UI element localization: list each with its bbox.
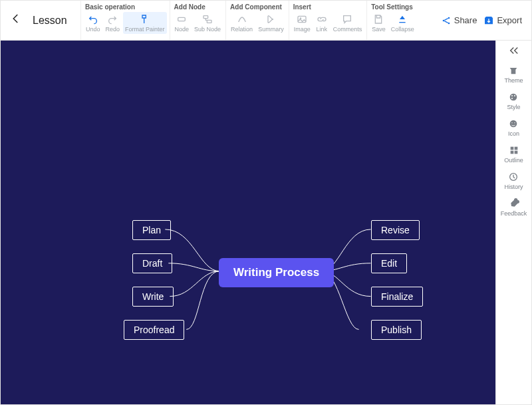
node-left-2[interactable]: Write [132,287,174,307]
image-button[interactable]: Image [292,12,313,34]
relation-button[interactable]: Relation [229,12,255,34]
export-button[interactable]: Export [483,15,522,26]
node-label: Write [142,291,164,302]
right-actions: Share Export [441,1,527,40]
node-left-0[interactable]: Plan [132,220,171,240]
node-right-1[interactable]: Edit [371,253,407,273]
svg-point-13 [510,120,517,128]
side-history[interactable]: History [504,172,523,190]
group-add-component: Add Component Relation Summary [225,1,289,40]
app-root: Lesson Basic operation Undo Redo Format … [0,0,532,405]
node-label: Finalize [381,291,413,302]
node-left-3[interactable]: Proofread [124,320,184,340]
theme-icon [508,65,519,76]
group-label-tool: Tool Settings [370,2,416,11]
undo-icon [87,13,99,25]
share-label: Share [454,15,477,25]
comments-icon [341,13,353,25]
group-tool-settings: Tool Settings Save Collapse [366,1,419,40]
svg-rect-18 [510,151,513,154]
svg-rect-0 [178,17,186,21]
svg-point-8 [448,22,450,24]
side-icon[interactable]: Icon [508,118,519,137]
node-button[interactable]: Node [173,12,192,34]
svg-point-7 [448,17,450,19]
side-history-label: History [504,184,523,190]
format-painter-icon [139,13,151,25]
group-label-addnode: Add Node [173,2,223,11]
save-label: Save [372,26,386,33]
workspace: Writing Process Plan Draft Write Proofre… [1,41,531,404]
svg-point-10 [511,95,513,96]
connectors [1,41,495,404]
group-label-addcomp: Add Component [229,2,286,11]
comments-label: Comments [333,26,362,33]
group-add-node: Add Node Node Sub Node [170,1,226,40]
node-label: Edit [381,258,397,269]
side-outline[interactable]: Outline [504,145,523,164]
redo-icon [106,13,118,25]
side-panel: Theme Style Icon Outline History Feedbac… [495,41,531,404]
side-icon-label: Icon [508,130,519,137]
subnode-icon [201,13,213,25]
group-label-insert: Insert [292,2,364,11]
node-right-0[interactable]: Revise [371,220,420,240]
side-theme[interactable]: Theme [504,65,523,84]
svg-point-12 [511,98,513,99]
side-outline-label: Outline [504,157,523,164]
back-slot [5,1,27,40]
chevron-left-icon [10,13,22,25]
svg-point-15 [515,122,515,123]
collapse-icon [396,13,408,25]
svg-rect-16 [510,147,513,150]
relation-icon [236,13,248,25]
back-button[interactable] [10,13,22,28]
collapse-button[interactable]: Collapse [389,12,416,34]
side-feedback-label: Feedback [501,210,527,217]
share-button[interactable]: Share [441,15,477,26]
save-button[interactable]: Save [370,12,388,34]
svg-rect-1 [203,16,208,19]
summary-button[interactable]: Summary [256,12,286,34]
feedback-icon [509,198,519,209]
svg-rect-2 [207,20,211,23]
node-label: Publish [381,325,412,335]
undo-label: Undo [86,26,100,33]
export-icon [483,15,494,26]
side-style[interactable]: Style [507,92,520,110]
comments-button[interactable]: Comments [331,12,364,34]
redo-label: Redo [106,26,120,33]
svg-rect-19 [514,151,517,154]
redo-button[interactable]: Redo [104,12,122,34]
side-feedback[interactable]: Feedback [501,198,527,217]
node-label: Proofread [134,325,174,335]
top-toolbar: Lesson Basic operation Undo Redo Format … [1,1,531,41]
central-node-label: Writing Process [233,266,319,279]
summary-label: Summary [258,26,284,33]
document-title: Lesson [33,15,67,27]
image-icon [296,13,308,25]
node-right-2[interactable]: Finalize [371,287,423,307]
node-left-1[interactable]: Draft [132,253,172,273]
link-icon [316,13,328,25]
summary-icon [265,13,277,25]
link-button[interactable]: Link [314,12,330,34]
format-painter-label: Format Painter [125,26,165,33]
double-chevron-left-icon [508,46,520,55]
side-theme-label: Theme [504,77,523,84]
undo-button[interactable]: Undo [84,12,102,34]
node-icon [176,13,188,25]
document-title-slot[interactable]: Lesson [27,1,80,40]
svg-point-11 [514,95,515,96]
node-label: Revise [381,225,410,235]
format-painter-button[interactable]: Format Painter [123,12,167,34]
subnode-label: Sub Node [194,26,221,33]
side-panel-collapse[interactable] [508,46,520,57]
collapse-label: Collapse [391,26,414,33]
relation-label: Relation [231,26,253,33]
central-node[interactable]: Writing Process [219,258,334,287]
canvas[interactable]: Writing Process Plan Draft Write Proofre… [1,41,495,404]
node-right-3[interactable]: Publish [371,320,422,340]
subnode-button[interactable]: Sub Node [192,12,223,34]
style-icon [508,92,519,102]
